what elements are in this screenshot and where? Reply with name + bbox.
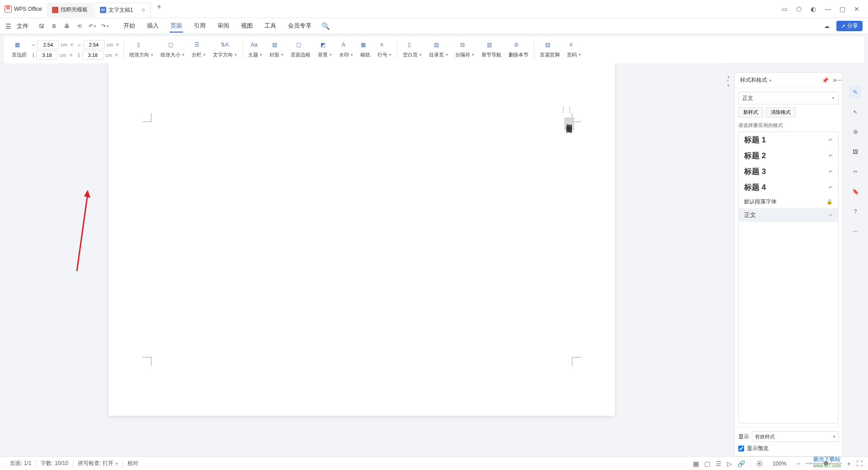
page-border-button[interactable]: ▢页面边框 xyxy=(287,38,314,61)
zoom-level[interactable]: 100% xyxy=(768,461,791,467)
save-icon[interactable]: 🖫 xyxy=(38,22,46,30)
tab-reference[interactable]: 引用 xyxy=(193,20,207,33)
tab-tools[interactable]: 工具 xyxy=(264,20,277,33)
rail-bookmark-icon[interactable]: 🔖 xyxy=(849,185,862,198)
zoom-out-button[interactable]: − xyxy=(797,460,800,467)
margin-left-input[interactable] xyxy=(36,51,58,60)
rail-format-icon[interactable]: ✎ xyxy=(849,86,862,99)
textbox-drag-handle[interactable]: ⋮⋮ xyxy=(560,106,573,113)
style-heading2[interactable]: 标题 2↵ xyxy=(739,148,838,164)
watermark-button[interactable]: A水印▾ xyxy=(335,38,357,61)
minimize-button[interactable]: — xyxy=(825,6,831,12)
print-icon[interactable]: 🖶 xyxy=(63,22,71,30)
search-icon[interactable]: 🔍 xyxy=(321,22,330,30)
orientation-button[interactable]: ▯纸张方向▾ xyxy=(126,38,157,61)
cloud-icon[interactable]: ☁ xyxy=(823,22,831,30)
current-style-select[interactable]: 正文▾ xyxy=(738,92,839,104)
style-body[interactable]: 正文↵ xyxy=(739,208,838,222)
rail-tools-icon[interactable]: ✂ xyxy=(849,165,862,178)
style-heading4[interactable]: 标题 4↵ xyxy=(739,179,838,195)
cube-icon[interactable]: ⬡ xyxy=(796,6,802,12)
fullscreen-icon[interactable]: ⛶ xyxy=(856,460,863,467)
background-button[interactable]: ◩背景▾ xyxy=(314,38,335,61)
style-heading1[interactable]: 标题 1↵ xyxy=(739,132,838,148)
share-button[interactable]: ↗ 分享 xyxy=(836,21,863,31)
clear-format-button[interactable]: 清除格式 xyxy=(766,107,796,118)
undo-icon[interactable]: ↶▾ xyxy=(88,22,96,30)
fit-icon[interactable]: ⦿ xyxy=(756,460,763,467)
text-direction-button[interactable]: ⇅A文字方向▾ xyxy=(209,38,241,61)
page-number-button[interactable]: #页码▾ xyxy=(563,38,585,61)
vertical-text-box[interactable]: 如何把文字变成竖向？ xyxy=(564,118,574,130)
margin-left-icon: ⌊ xyxy=(33,52,34,58)
rail-help-icon[interactable]: ? xyxy=(849,205,862,218)
preview-checkbox[interactable] xyxy=(738,446,744,451)
margin-inputs: ⌐cm⚟ ⌊cm⚟ xyxy=(30,40,76,60)
hamburger-icon[interactable]: ☰ xyxy=(5,23,11,30)
sep-icon: ⊟ xyxy=(460,42,469,51)
margin-right-input[interactable] xyxy=(82,51,104,60)
panel-footer: 显示 有效样式▾ 显示预览 xyxy=(735,427,842,456)
export-icon[interactable]: ⟲ xyxy=(75,22,84,30)
margin-right-icon: ⌊ xyxy=(78,52,80,58)
header-footer-button[interactable]: ▤页眉页脚 xyxy=(536,38,563,61)
redo-icon[interactable]: ↷▾ xyxy=(101,22,109,30)
document-page[interactable]: ⋮⋮ 如何把文字变成竖向？ xyxy=(108,63,615,416)
tab-review[interactable]: 审阅 xyxy=(217,20,230,33)
zoom-in-button[interactable]: + xyxy=(847,460,851,467)
rail-select-icon[interactable]: ↖ xyxy=(849,106,862,118)
line-number-button[interactable]: ≡行号▾ xyxy=(374,38,395,61)
document-tabs: 找稻壳模板 W 文字文稿1 + xyxy=(47,3,167,17)
tab-page[interactable]: 页面 xyxy=(170,20,183,33)
view-print-icon[interactable]: ▦ xyxy=(693,460,699,467)
toc-page-button[interactable]: ▤目录页▾ xyxy=(425,38,452,61)
rail-more-icon[interactable]: ⋯ xyxy=(849,225,862,238)
separator-button[interactable]: ⊟分隔符▾ xyxy=(452,38,478,61)
close-button[interactable]: ✕ xyxy=(854,6,860,12)
file-menu[interactable]: 文件 xyxy=(17,22,28,30)
tab-template[interactable]: 找稻壳模板 xyxy=(47,3,93,17)
theme-button[interactable]: Aa主题▾ xyxy=(245,38,266,61)
document-workspace[interactable]: ⋮⋮ 如何把文字变成竖向？ xyxy=(0,63,723,456)
view-page-icon[interactable]: ▢ xyxy=(704,460,710,467)
paper-button[interactable]: ▦稿纸 xyxy=(357,38,374,61)
status-review[interactable]: 校对 xyxy=(123,460,143,467)
view-web-icon[interactable]: ▷ xyxy=(727,460,732,467)
show-filter-select[interactable]: 有效样式▾ xyxy=(752,431,839,442)
view-read-icon[interactable]: 🔗 xyxy=(737,460,745,467)
bg-icon: ◩ xyxy=(321,42,330,51)
paper-icon: ▦ xyxy=(361,42,370,51)
tab-insert[interactable]: 插入 xyxy=(146,20,160,33)
page-size-button[interactable]: ▢纸张大小▾ xyxy=(157,38,188,61)
cover-button[interactable]: ▤封面▾ xyxy=(266,38,287,61)
status-spellcheck[interactable]: 拼写检查: 打开 ▾ xyxy=(73,460,123,467)
status-words[interactable]: 字数: 10/10 xyxy=(36,460,73,467)
tab-document-active[interactable]: W 文字文稿1 xyxy=(94,3,151,17)
view-outline-icon[interactable]: ☰ xyxy=(716,460,722,467)
status-page[interactable]: 页面: 1/1 xyxy=(5,460,36,467)
pageno-icon: # xyxy=(570,42,579,51)
chapter-nav-button[interactable]: ▥章节导航 xyxy=(478,38,505,61)
pin-icon[interactable]: 📌 xyxy=(822,77,829,84)
new-style-button[interactable]: 新样式 xyxy=(738,107,763,118)
columns-button[interactable]: ☰分栏▾ xyxy=(188,38,209,61)
style-default-font[interactable]: 默认段落字体🔒 xyxy=(739,195,838,208)
margin-bottom-input[interactable] xyxy=(83,40,105,49)
blank-page-button[interactable]: ▯空白页▾ xyxy=(399,38,425,61)
style-heading3[interactable]: 标题 3↵ xyxy=(739,164,838,179)
minimize-panel-icon[interactable]: — xyxy=(835,76,844,85)
user-avatar-icon[interactable]: ◐ xyxy=(810,6,816,12)
tab-view[interactable]: 视图 xyxy=(240,20,254,33)
print-preview-icon[interactable]: 🗎 xyxy=(50,22,58,30)
new-tab-button[interactable]: + xyxy=(151,3,166,17)
tab-member[interactable]: 会员专享 xyxy=(287,20,312,33)
rail-image-icon[interactable]: 🖼 xyxy=(849,146,862,158)
margin-top-input[interactable] xyxy=(37,40,59,49)
rail-settings-icon[interactable]: ⚙ xyxy=(849,126,862,138)
scroll-indicator: ▴•▾ xyxy=(727,74,730,88)
maximize-button[interactable]: ▢ xyxy=(839,6,845,12)
page-margin-button[interactable]: ▦ 页边距 xyxy=(8,38,30,61)
tab-start[interactable]: 开始 xyxy=(123,20,136,33)
reader-mode-icon[interactable]: ▭ xyxy=(781,6,788,12)
show-label: 显示 xyxy=(738,433,749,441)
